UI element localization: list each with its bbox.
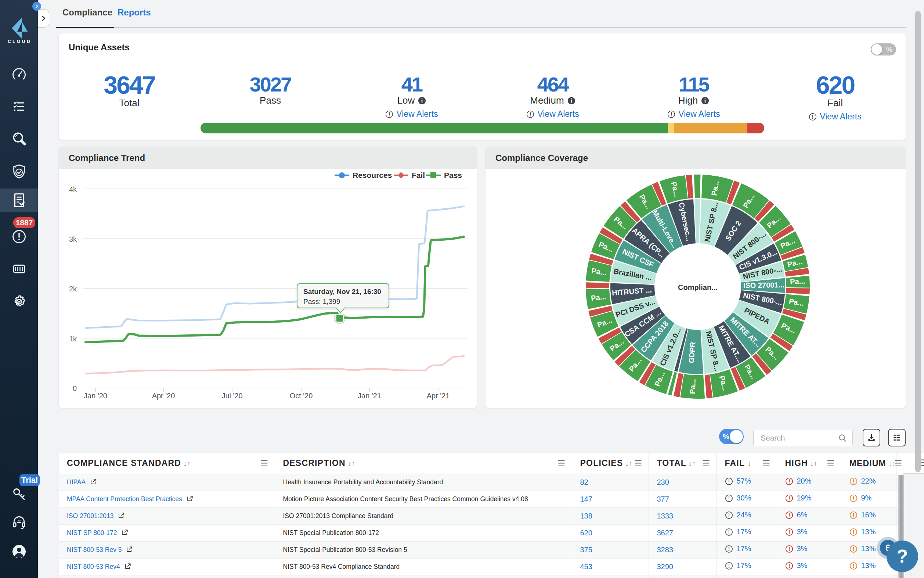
svg-text:Jul '20: Jul '20 xyxy=(222,392,243,400)
svg-text:Oct '20: Oct '20 xyxy=(290,392,313,400)
svg-text:Complian...: Complian... xyxy=(678,283,718,291)
svg-text:Pa...: Pa... xyxy=(790,277,805,286)
svg-text:Jan '21: Jan '21 xyxy=(358,392,381,400)
svg-text:Jan '20: Jan '20 xyxy=(84,392,107,400)
svg-text:3k: 3k xyxy=(69,235,77,243)
svg-text:Apr '21: Apr '21 xyxy=(427,392,450,400)
svg-text:GDPR: GDPR xyxy=(687,341,697,364)
svg-text:Pass: Pass xyxy=(444,171,462,179)
svg-text:Pa...: Pa... xyxy=(688,379,697,394)
svg-text:Resources: Resources xyxy=(353,171,392,179)
svg-text:4k: 4k xyxy=(69,185,77,193)
svg-text:1k: 1k xyxy=(69,335,77,343)
svg-text:Apr '20: Apr '20 xyxy=(152,392,175,400)
svg-text:Fail: Fail xyxy=(412,171,425,179)
svg-text:2k: 2k xyxy=(69,285,77,293)
svg-text:Pa...: Pa... xyxy=(591,292,606,302)
svg-text:0: 0 xyxy=(73,384,77,393)
svg-text:ISO 27001...: ISO 27001... xyxy=(743,281,785,289)
